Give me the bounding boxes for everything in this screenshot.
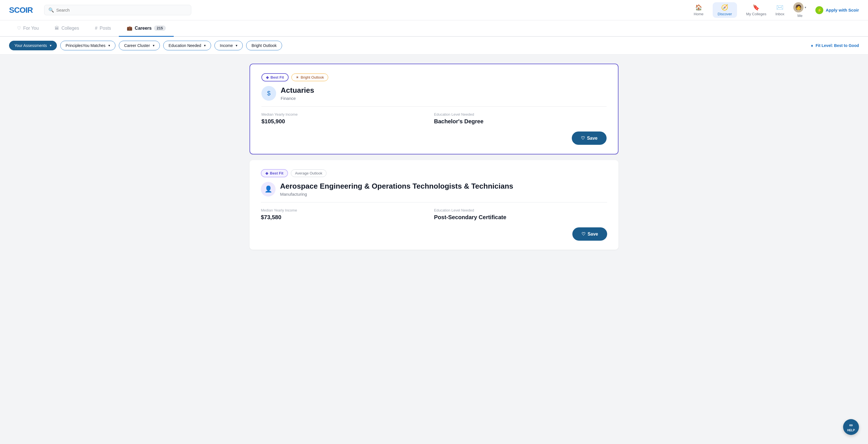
apply-label: Apply with Scoir xyxy=(826,8,859,12)
career-stats: Median Yearly Income $105,900 Education … xyxy=(261,112,607,125)
me-label: Me xyxy=(797,13,802,18)
diamond-icon: ◆ xyxy=(266,75,269,80)
tab-careers[interactable]: 💼 Careers 215 xyxy=(119,20,174,37)
education-stat-label: Education Level Needed xyxy=(434,112,607,117)
tab-for-you[interactable]: ♡ For You xyxy=(9,20,47,37)
chevron-down-icon: ▾ xyxy=(108,43,110,47)
income-filter[interactable]: Income ▾ xyxy=(214,41,243,50)
posts-icon: # xyxy=(95,26,97,31)
education-stat: Education Level Needed Post-Secondary Ce… xyxy=(434,208,607,221)
career-title-row: $ Actuaries Finance xyxy=(261,86,607,101)
nav-inbox[interactable]: ✉️ Inbox xyxy=(775,4,784,16)
income-label: Income xyxy=(220,43,233,48)
nav-discover-label: Discover xyxy=(718,12,732,16)
avatar: 🧑 xyxy=(793,2,804,12)
careers-list: ◆ Best Fit ☀ Bright Outlook $ Actuaries … xyxy=(236,55,632,264)
career-cluster: Finance xyxy=(281,96,314,101)
tab-for-you-label: For You xyxy=(23,26,39,31)
income-stat-label: Median Yearly Income xyxy=(261,112,434,117)
save-career-actuaries-button[interactable]: ♡ Save xyxy=(572,131,607,145)
fit-level-sort[interactable]: ⬧ Fit Level: Best to Good xyxy=(811,43,859,48)
income-stat: Median Yearly Income $105,900 xyxy=(261,112,434,125)
income-stat-value: $73,580 xyxy=(261,214,434,221)
your-assessments-filter[interactable]: Your Assessments ▾ xyxy=(9,41,57,50)
best-fit-label: Best Fit xyxy=(271,75,284,80)
average-outlook-badge: Average Outlook xyxy=(291,169,327,177)
nav-home[interactable]: 🏠 Home xyxy=(694,4,704,16)
careers-icon: 💼 xyxy=(127,26,132,31)
career-card-aerospace[interactable]: ◆ Best Fit Average Outlook 👤 Aerospace E… xyxy=(250,160,618,250)
card-footer: ♡ Save xyxy=(261,131,607,145)
logo[interactable]: SCOIR xyxy=(9,6,33,15)
education-stat-label: Education Level Needed xyxy=(434,208,607,212)
career-cluster-label: Career Cluster xyxy=(124,43,150,48)
tab-posts[interactable]: # Posts xyxy=(87,21,119,37)
card-footer: ♡ Save xyxy=(261,227,607,241)
bright-outlook-filter[interactable]: Bright Outlook xyxy=(246,41,282,50)
tabs-bar: ♡ For You 🏛 Colleges # Posts 💼 Careers 2… xyxy=(0,20,868,37)
sun-icon: ☀ xyxy=(296,75,299,80)
infinity-icon: ∞ xyxy=(849,422,853,428)
card-badges: ◆ Best Fit ☀ Bright Outlook xyxy=(261,73,607,82)
help-button[interactable]: ∞ HELP xyxy=(843,419,859,435)
education-stat-value: Post-Secondary Certificate xyxy=(434,214,607,221)
chevron-down-icon: ▾ xyxy=(153,43,154,47)
colleges-icon: 🏛 xyxy=(55,26,59,31)
tab-colleges[interactable]: 🏛 Colleges xyxy=(47,21,87,37)
nav-my-colleges[interactable]: 🔖 My Colleges xyxy=(746,4,767,16)
finance-icon: $ xyxy=(261,86,276,101)
education-needed-filter[interactable]: Education Needed ▾ xyxy=(163,41,211,50)
career-cluster-filter[interactable]: Career Cluster ▾ xyxy=(119,41,160,50)
bright-outlook-badge: ☀ Bright Outlook xyxy=(291,73,328,81)
career-stats: Median Yearly Income $73,580 Education L… xyxy=(261,208,607,221)
nav-discover[interactable]: 🧭 Discover xyxy=(713,2,737,18)
education-needed-label: Education Needed xyxy=(168,43,201,48)
heart-icon: ♡ xyxy=(17,26,21,31)
heart-icon: ♡ xyxy=(581,135,585,141)
sort-icon: ⬧ xyxy=(811,43,813,48)
fit-level-label: Fit Level: Best to Good xyxy=(816,43,859,48)
income-stat-label: Median Yearly Income xyxy=(261,208,434,212)
search-input[interactable] xyxy=(56,8,187,12)
average-outlook-badge-label: Average Outlook xyxy=(295,171,322,175)
card-badges: ◆ Best Fit Average Outlook xyxy=(261,169,607,177)
principlesyou-matches-filter[interactable]: PrinciplesYou Matches ▾ xyxy=(60,41,116,50)
principlesyou-label: PrinciplesYou Matches xyxy=(66,43,105,48)
careers-count-badge: 215 xyxy=(154,26,166,31)
me-menu[interactable]: 🧑 ▾ Me xyxy=(793,2,806,18)
chevron-down-icon: ▾ xyxy=(50,43,52,47)
nav-inbox-label: Inbox xyxy=(775,12,784,16)
save-label: Save xyxy=(587,136,597,141)
bookmark-icon: 🔖 xyxy=(752,4,760,11)
main-nav: 🏠 Home 🧭 Discover 🔖 My Colleges ✉️ Inbox… xyxy=(694,2,859,18)
income-stat-value: $105,900 xyxy=(261,118,434,125)
scoir-logo-icon: ⚡ xyxy=(815,6,823,14)
inbox-icon: ✉️ xyxy=(776,4,783,11)
person-icon: 👤 xyxy=(261,182,276,196)
apply-with-scoir-button[interactable]: ⚡ Apply with Scoir xyxy=(815,6,859,14)
filter-bar: Your Assessments ▾ PrinciplesYou Matches… xyxy=(0,37,868,55)
education-stat: Education Level Needed Bachelor's Degree xyxy=(434,112,607,125)
tab-posts-label: Posts xyxy=(100,26,111,31)
save-career-aerospace-button[interactable]: ♡ Save xyxy=(572,227,607,241)
nav-home-label: Home xyxy=(694,12,704,16)
career-cluster: Manufacturing xyxy=(280,192,513,196)
best-fit-label: Best Fit xyxy=(270,171,283,175)
best-fit-badge: ◆ Best Fit xyxy=(261,73,288,82)
chevron-down-icon: ▾ xyxy=(236,43,237,47)
help-label: HELP xyxy=(847,429,855,432)
career-title: Actuaries xyxy=(281,86,314,95)
your-assessments-label: Your Assessments xyxy=(14,43,47,48)
chevron-down-icon: ▾ xyxy=(805,6,806,9)
header: SCOIR 🔍 🏠 Home 🧭 Discover 🔖 My Colleges … xyxy=(0,0,868,20)
bright-outlook-badge-label: Bright Outlook xyxy=(301,75,324,80)
divider xyxy=(261,202,607,202)
career-card-actuaries[interactable]: ◆ Best Fit ☀ Bright Outlook $ Actuaries … xyxy=(250,64,618,154)
chevron-down-icon: ▾ xyxy=(204,43,206,47)
education-stat-value: Bachelor's Degree xyxy=(434,118,607,125)
tab-colleges-label: Colleges xyxy=(61,26,79,31)
home-icon: 🏠 xyxy=(695,4,702,11)
heart-icon: ♡ xyxy=(581,231,585,237)
tab-careers-label: Careers xyxy=(135,26,152,31)
search-bar[interactable]: 🔍 xyxy=(44,5,191,15)
